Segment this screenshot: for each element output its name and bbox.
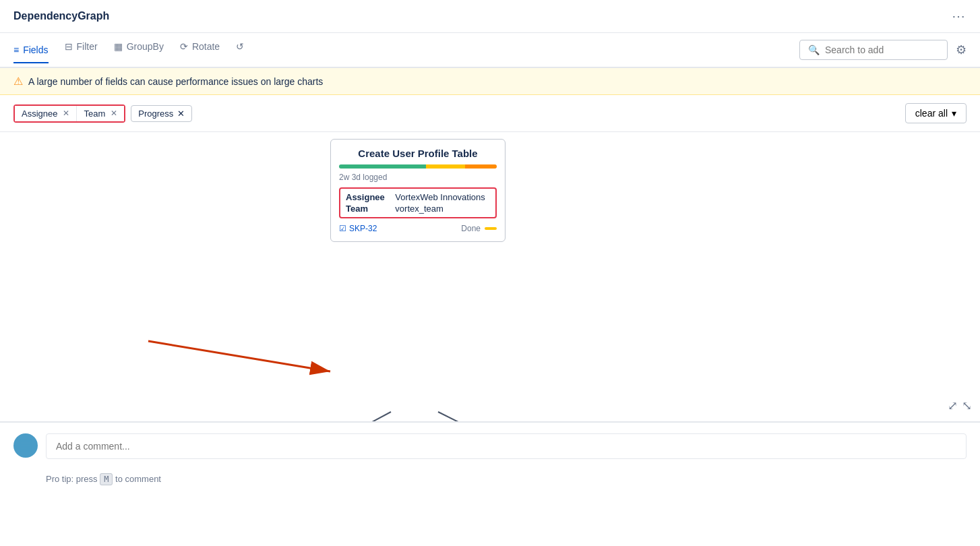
chevron-down-icon: ▾ bbox=[952, 108, 956, 119]
comment-input[interactable] bbox=[46, 433, 967, 459]
progress-yellow bbox=[426, 164, 466, 169]
tab-groupby-label: GroupBy bbox=[127, 41, 164, 52]
chip-team-label: Team bbox=[84, 109, 105, 119]
card-main-status: Done bbox=[461, 224, 497, 233]
chip-progress[interactable]: Progress ✕ bbox=[131, 105, 192, 122]
settings-icon[interactable]: ⚙ bbox=[956, 42, 967, 57]
card-main-time-logged: 2w 3d logged bbox=[339, 173, 497, 182]
chip-assignee-label: Assignee bbox=[22, 109, 57, 119]
chip-progress-remove[interactable]: ✕ bbox=[177, 109, 185, 119]
comment-area bbox=[0, 422, 980, 470]
card-main[interactable]: Create User Profile Table 2w 3d logged A… bbox=[330, 139, 506, 242]
chip-group-assignee-team: Assignee ✕ Team ✕ bbox=[13, 104, 125, 123]
chips-container: Assignee ✕ Team ✕ Progress ✕ bbox=[13, 104, 192, 123]
card-main-title: Create User Profile Table bbox=[339, 148, 497, 159]
pro-tip-suffix: to comment bbox=[115, 474, 161, 484]
svg-line-1 bbox=[438, 412, 539, 421]
tab-rotate-label: Rotate bbox=[192, 41, 220, 52]
expand-icon[interactable]: ⤢ bbox=[948, 398, 958, 413]
chip-assignee[interactable]: Assignee ✕ bbox=[15, 106, 77, 121]
chip-team[interactable]: Team ✕ bbox=[77, 106, 124, 121]
filter-icon: ⊟ bbox=[65, 41, 73, 52]
groupby-icon: ▦ bbox=[114, 41, 123, 52]
card-main-issue-id: SKP-32 bbox=[349, 224, 377, 233]
tab-groupby[interactable]: ▦ GroupBy bbox=[114, 41, 164, 59]
clear-all-label: clear all bbox=[915, 108, 948, 119]
fullscreen-icon[interactable]: ⤡ bbox=[962, 398, 972, 413]
warning-text: A large number of fields can cause perfo… bbox=[28, 76, 323, 87]
svg-line-5 bbox=[148, 341, 330, 371]
app-header: DependencyGraph ⋯ bbox=[0, 0, 980, 33]
tab-fields-label: Fields bbox=[23, 44, 48, 55]
tab-filter-label: Filter bbox=[77, 41, 98, 52]
toolbar-right: 🔍 ⚙ bbox=[799, 40, 967, 60]
warning-bar: ⚠ A large number of fields can cause per… bbox=[0, 68, 980, 95]
chip-team-remove[interactable]: ✕ bbox=[111, 109, 117, 118]
tab-refresh[interactable]: ↺ bbox=[236, 41, 244, 59]
status-bar-mini bbox=[485, 227, 497, 230]
card-main-team-value: vortex_team bbox=[392, 203, 493, 214]
clear-all-button[interactable]: clear all ▾ bbox=[905, 103, 967, 123]
warning-icon: ⚠ bbox=[13, 75, 23, 88]
pro-tip: Pro tip: press M to comment bbox=[0, 470, 980, 492]
search-icon: 🔍 bbox=[808, 44, 820, 55]
progress-orange bbox=[465, 164, 497, 169]
refresh-icon: ↺ bbox=[236, 41, 244, 52]
chip-progress-label: Progress bbox=[138, 109, 173, 119]
search-input[interactable] bbox=[825, 44, 939, 55]
fullscreen-controls[interactable]: ⤢ ⤡ bbox=[948, 398, 972, 413]
progress-green bbox=[339, 164, 426, 169]
card-main-fields: Assignee VortexWeb Innovations Team vort… bbox=[339, 187, 497, 218]
pro-tip-key: M bbox=[100, 473, 113, 485]
chip-assignee-remove[interactable]: ✕ bbox=[63, 109, 69, 118]
tab-filter[interactable]: ⊟ Filter bbox=[65, 41, 98, 59]
card-main-issue-link[interactable]: ☑ SKP-32 bbox=[339, 224, 377, 233]
card-main-progress bbox=[339, 164, 497, 169]
card-main-assignee-label: Assignee bbox=[343, 191, 392, 203]
filter-area: Assignee ✕ Team ✕ Progress ✕ clear all ▾ bbox=[0, 95, 980, 132]
toolbar: ≡ Fields ⊟ Filter ▦ GroupBy ⟳ Rotate ↺ 🔍… bbox=[0, 33, 980, 68]
user-avatar bbox=[13, 433, 38, 458]
svg-line-0 bbox=[297, 412, 391, 421]
app-title: DependencyGraph bbox=[13, 10, 109, 22]
rotate-icon: ⟳ bbox=[180, 41, 188, 52]
more-options-icon[interactable]: ⋯ bbox=[952, 8, 967, 24]
pro-tip-label: Pro tip: bbox=[46, 474, 73, 484]
card-main-team-label: Team bbox=[343, 203, 392, 214]
card-main-footer: ☑ SKP-32 Done bbox=[339, 224, 497, 233]
dependency-graph: blocks blocks Create User Profile Table … bbox=[0, 132, 980, 422]
fields-icon: ≡ bbox=[13, 44, 19, 55]
search-box[interactable]: 🔍 bbox=[799, 40, 948, 60]
card-main-assignee-value: VortexWeb Innovations bbox=[392, 191, 493, 203]
tab-fields[interactable]: ≡ Fields bbox=[13, 44, 49, 63]
tab-rotate[interactable]: ⟳ Rotate bbox=[180, 41, 220, 59]
toolbar-left: ≡ Fields ⊟ Filter ▦ GroupBy ⟳ Rotate ↺ bbox=[13, 41, 244, 59]
